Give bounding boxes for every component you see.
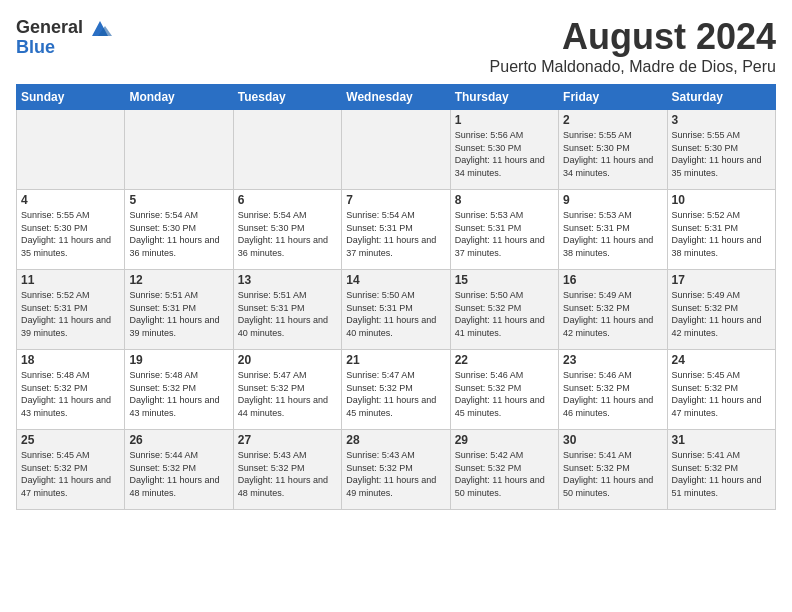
calendar-cell: 18Sunrise: 5:48 AMSunset: 5:32 PMDayligh… (17, 350, 125, 430)
calendar-cell: 25Sunrise: 5:45 AMSunset: 5:32 PMDayligh… (17, 430, 125, 510)
day-number: 30 (563, 433, 662, 447)
day-number: 17 (672, 273, 771, 287)
day-info: Sunrise: 5:53 AMSunset: 5:31 PMDaylight:… (455, 209, 554, 259)
calendar-cell: 3Sunrise: 5:55 AMSunset: 5:30 PMDaylight… (667, 110, 775, 190)
calendar-title: August 2024 (490, 16, 776, 58)
calendar-cell: 4Sunrise: 5:55 AMSunset: 5:30 PMDaylight… (17, 190, 125, 270)
day-info: Sunrise: 5:56 AMSunset: 5:30 PMDaylight:… (455, 129, 554, 179)
day-number: 24 (672, 353, 771, 367)
day-number: 18 (21, 353, 120, 367)
day-info: Sunrise: 5:51 AMSunset: 5:31 PMDaylight:… (129, 289, 228, 339)
day-info: Sunrise: 5:45 AMSunset: 5:32 PMDaylight:… (21, 449, 120, 499)
calendar-cell: 15Sunrise: 5:50 AMSunset: 5:32 PMDayligh… (450, 270, 558, 350)
day-info: Sunrise: 5:45 AMSunset: 5:32 PMDaylight:… (672, 369, 771, 419)
calendar-cell: 14Sunrise: 5:50 AMSunset: 5:31 PMDayligh… (342, 270, 450, 350)
day-info: Sunrise: 5:46 AMSunset: 5:32 PMDaylight:… (455, 369, 554, 419)
calendar-week-1: 1Sunrise: 5:56 AMSunset: 5:30 PMDaylight… (17, 110, 776, 190)
calendar-cell: 30Sunrise: 5:41 AMSunset: 5:32 PMDayligh… (559, 430, 667, 510)
day-info: Sunrise: 5:47 AMSunset: 5:32 PMDaylight:… (346, 369, 445, 419)
day-number: 4 (21, 193, 120, 207)
day-info: Sunrise: 5:54 AMSunset: 5:30 PMDaylight:… (129, 209, 228, 259)
calendar-cell (125, 110, 233, 190)
header-friday: Friday (559, 85, 667, 110)
day-number: 15 (455, 273, 554, 287)
day-number: 3 (672, 113, 771, 127)
day-number: 22 (455, 353, 554, 367)
calendar-cell: 22Sunrise: 5:46 AMSunset: 5:32 PMDayligh… (450, 350, 558, 430)
day-number: 25 (21, 433, 120, 447)
day-number: 5 (129, 193, 228, 207)
day-info: Sunrise: 5:46 AMSunset: 5:32 PMDaylight:… (563, 369, 662, 419)
day-number: 28 (346, 433, 445, 447)
day-number: 21 (346, 353, 445, 367)
day-number: 12 (129, 273, 228, 287)
day-info: Sunrise: 5:41 AMSunset: 5:32 PMDaylight:… (563, 449, 662, 499)
day-info: Sunrise: 5:48 AMSunset: 5:32 PMDaylight:… (21, 369, 120, 419)
logo-icon (86, 16, 114, 38)
day-info: Sunrise: 5:51 AMSunset: 5:31 PMDaylight:… (238, 289, 337, 339)
day-number: 29 (455, 433, 554, 447)
calendar-cell: 6Sunrise: 5:54 AMSunset: 5:30 PMDaylight… (233, 190, 341, 270)
header-sunday: Sunday (17, 85, 125, 110)
calendar-cell: 12Sunrise: 5:51 AMSunset: 5:31 PMDayligh… (125, 270, 233, 350)
calendar-cell: 28Sunrise: 5:43 AMSunset: 5:32 PMDayligh… (342, 430, 450, 510)
calendar-cell: 19Sunrise: 5:48 AMSunset: 5:32 PMDayligh… (125, 350, 233, 430)
day-info: Sunrise: 5:42 AMSunset: 5:32 PMDaylight:… (455, 449, 554, 499)
day-info: Sunrise: 5:52 AMSunset: 5:31 PMDaylight:… (21, 289, 120, 339)
day-number: 2 (563, 113, 662, 127)
day-number: 23 (563, 353, 662, 367)
calendar-week-3: 11Sunrise: 5:52 AMSunset: 5:31 PMDayligh… (17, 270, 776, 350)
calendar-week-5: 25Sunrise: 5:45 AMSunset: 5:32 PMDayligh… (17, 430, 776, 510)
day-number: 31 (672, 433, 771, 447)
header-monday: Monday (125, 85, 233, 110)
day-number: 16 (563, 273, 662, 287)
day-info: Sunrise: 5:55 AMSunset: 5:30 PMDaylight:… (21, 209, 120, 259)
day-number: 1 (455, 113, 554, 127)
header-saturday: Saturday (667, 85, 775, 110)
day-number: 10 (672, 193, 771, 207)
calendar-cell: 23Sunrise: 5:46 AMSunset: 5:32 PMDayligh… (559, 350, 667, 430)
calendar-cell (342, 110, 450, 190)
day-info: Sunrise: 5:54 AMSunset: 5:31 PMDaylight:… (346, 209, 445, 259)
day-info: Sunrise: 5:54 AMSunset: 5:30 PMDaylight:… (238, 209, 337, 259)
calendar-cell: 7Sunrise: 5:54 AMSunset: 5:31 PMDaylight… (342, 190, 450, 270)
day-number: 11 (21, 273, 120, 287)
calendar-cell: 1Sunrise: 5:56 AMSunset: 5:30 PMDaylight… (450, 110, 558, 190)
page-header: General Blue August 2024 Puerto Maldonad… (16, 16, 776, 76)
day-number: 9 (563, 193, 662, 207)
header-wednesday: Wednesday (342, 85, 450, 110)
calendar-table: SundayMondayTuesdayWednesdayThursdayFrid… (16, 84, 776, 510)
calendar-cell (17, 110, 125, 190)
calendar-cell: 24Sunrise: 5:45 AMSunset: 5:32 PMDayligh… (667, 350, 775, 430)
logo-blue: Blue (16, 38, 55, 56)
day-info: Sunrise: 5:53 AMSunset: 5:31 PMDaylight:… (563, 209, 662, 259)
day-number: 26 (129, 433, 228, 447)
calendar-cell: 26Sunrise: 5:44 AMSunset: 5:32 PMDayligh… (125, 430, 233, 510)
calendar-cell: 16Sunrise: 5:49 AMSunset: 5:32 PMDayligh… (559, 270, 667, 350)
calendar-cell: 11Sunrise: 5:52 AMSunset: 5:31 PMDayligh… (17, 270, 125, 350)
day-info: Sunrise: 5:43 AMSunset: 5:32 PMDaylight:… (238, 449, 337, 499)
calendar-cell: 20Sunrise: 5:47 AMSunset: 5:32 PMDayligh… (233, 350, 341, 430)
day-number: 20 (238, 353, 337, 367)
day-info: Sunrise: 5:49 AMSunset: 5:32 PMDaylight:… (672, 289, 771, 339)
day-info: Sunrise: 5:49 AMSunset: 5:32 PMDaylight:… (563, 289, 662, 339)
day-info: Sunrise: 5:55 AMSunset: 5:30 PMDaylight:… (672, 129, 771, 179)
logo: General Blue (16, 16, 114, 56)
day-number: 13 (238, 273, 337, 287)
day-info: Sunrise: 5:44 AMSunset: 5:32 PMDaylight:… (129, 449, 228, 499)
calendar-cell: 29Sunrise: 5:42 AMSunset: 5:32 PMDayligh… (450, 430, 558, 510)
day-number: 14 (346, 273, 445, 287)
day-number: 27 (238, 433, 337, 447)
day-info: Sunrise: 5:50 AMSunset: 5:31 PMDaylight:… (346, 289, 445, 339)
header-thursday: Thursday (450, 85, 558, 110)
day-info: Sunrise: 5:43 AMSunset: 5:32 PMDaylight:… (346, 449, 445, 499)
day-info: Sunrise: 5:50 AMSunset: 5:32 PMDaylight:… (455, 289, 554, 339)
calendar-cell: 10Sunrise: 5:52 AMSunset: 5:31 PMDayligh… (667, 190, 775, 270)
calendar-cell: 17Sunrise: 5:49 AMSunset: 5:32 PMDayligh… (667, 270, 775, 350)
calendar-cell: 9Sunrise: 5:53 AMSunset: 5:31 PMDaylight… (559, 190, 667, 270)
calendar-cell: 21Sunrise: 5:47 AMSunset: 5:32 PMDayligh… (342, 350, 450, 430)
day-number: 7 (346, 193, 445, 207)
day-info: Sunrise: 5:55 AMSunset: 5:30 PMDaylight:… (563, 129, 662, 179)
header-row: SundayMondayTuesdayWednesdayThursdayFrid… (17, 85, 776, 110)
calendar-week-2: 4Sunrise: 5:55 AMSunset: 5:30 PMDaylight… (17, 190, 776, 270)
